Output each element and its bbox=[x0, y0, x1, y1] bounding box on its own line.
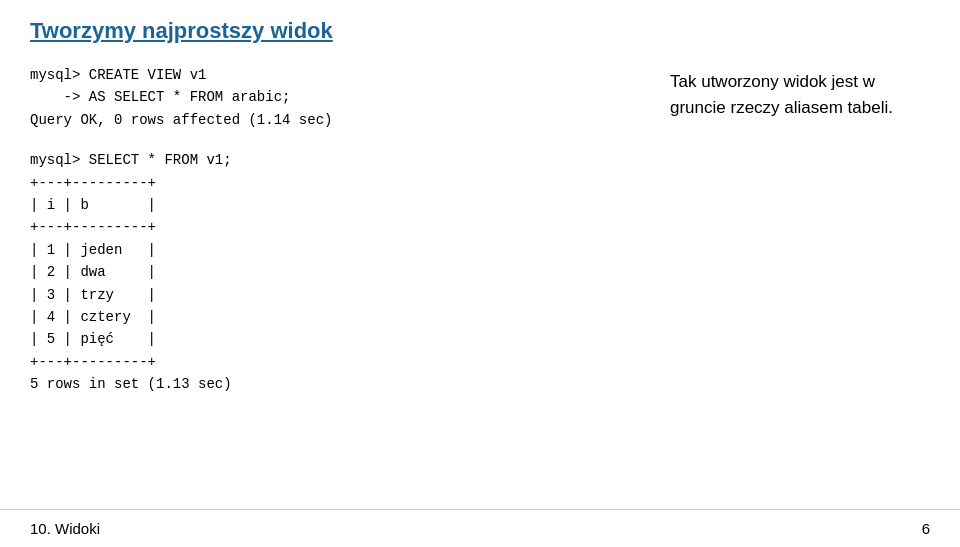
code-block-2: mysql> SELECT * FROM v1; +---+---------+… bbox=[30, 149, 630, 395]
page-title: Tworzymy najprostszy widok bbox=[0, 0, 960, 54]
footer-left-label: 10. Widoki bbox=[30, 520, 100, 537]
sidebar-description: Tak utworzony widok jest w gruncie rzecz… bbox=[670, 69, 930, 120]
code-block-1: mysql> CREATE VIEW v1 -> AS SELECT * FRO… bbox=[30, 64, 630, 131]
footer-right-label: 6 bbox=[922, 520, 930, 537]
